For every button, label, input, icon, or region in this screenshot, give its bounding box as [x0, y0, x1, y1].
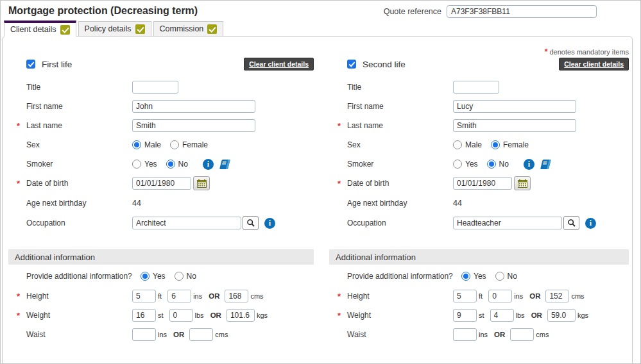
title-input[interactable]	[453, 81, 499, 94]
second-life-checkbox[interactable]	[347, 60, 356, 69]
info-icon[interactable]: i	[585, 218, 596, 229]
unit-kgs: kgs	[577, 311, 588, 319]
first-life-checkbox[interactable]	[26, 60, 35, 69]
sex-male-radio[interactable]	[453, 140, 462, 149]
weight-st-input[interactable]	[453, 309, 477, 322]
second-life-label: Second life	[363, 60, 406, 69]
waist-cms-input[interactable]	[189, 328, 213, 341]
search-icon[interactable]	[563, 216, 579, 230]
mandatory-note-text: denotes mandatory items	[549, 48, 629, 56]
tab-client-details[interactable]: Client details	[4, 21, 76, 37]
unit-ft: ft	[479, 292, 483, 300]
required-asterisk: *	[8, 292, 26, 301]
tab-bar: Client details Policy details Commission	[4, 21, 223, 37]
unit-ins: ins	[158, 331, 167, 338]
required-asterisk: *	[329, 179, 347, 188]
unit-cms: cms	[250, 292, 263, 300]
quote-reference-group: Quote reference	[384, 5, 597, 18]
smoker-yes-label: Yes	[144, 160, 157, 169]
check-icon	[60, 25, 70, 35]
title-row: Title	[8, 78, 314, 97]
additional-information-header: Additional information	[329, 249, 629, 265]
tab-commission[interactable]: Commission	[153, 21, 224, 37]
provide-no-label: No	[508, 272, 517, 281]
height-ft-input[interactable]	[132, 290, 156, 302]
required-asterisk: *	[329, 311, 347, 320]
provide-yes-radio[interactable]	[141, 272, 150, 281]
calendar-icon[interactable]	[514, 176, 531, 190]
height-label: Height	[26, 292, 132, 301]
book-icon[interactable]	[539, 159, 552, 170]
provide-no-radio[interactable]	[495, 272, 504, 281]
unit-lbs: lbs	[195, 311, 204, 319]
height-ins-input[interactable]	[167, 290, 191, 302]
title-input[interactable]	[132, 81, 178, 94]
height-cms-input[interactable]	[225, 290, 248, 302]
search-icon[interactable]	[243, 216, 259, 230]
check-icon	[135, 24, 145, 34]
sex-female-radio[interactable]	[491, 140, 500, 149]
first-life-column: First life Clear client details Title Fi…	[8, 56, 314, 344]
smoker-no-radio[interactable]	[166, 160, 175, 169]
additional-information-title: Additional information	[336, 252, 416, 262]
dob-input[interactable]	[132, 177, 191, 190]
provide-yes-label: Yes	[153, 272, 166, 281]
height-label: Height	[347, 292, 453, 301]
clear-client-details-button[interactable]: Clear client details	[559, 58, 629, 70]
weight-lbs-input[interactable]	[490, 309, 514, 322]
book-icon[interactable]	[218, 159, 231, 170]
occupation-input[interactable]	[132, 217, 241, 229]
occupation-label: Occupation	[26, 219, 132, 228]
quote-form-page: Mortgage protection (Decreasing term) Qu…	[0, 0, 641, 364]
or-label: OR	[173, 331, 184, 338]
weight-lbs-input[interactable]	[169, 309, 193, 322]
clear-client-details-button[interactable]: Clear client details	[244, 58, 314, 70]
sex-female-label: Female	[182, 140, 208, 149]
info-icon[interactable]: i	[203, 159, 214, 170]
provide-yes-label: Yes	[474, 272, 486, 281]
last-name-input[interactable]	[453, 119, 576, 132]
provide-yes-radio[interactable]	[461, 272, 470, 281]
tab-policy-details[interactable]: Policy details	[78, 21, 151, 37]
dob-row: *Date of birth	[8, 174, 314, 193]
weight-kgs-input[interactable]	[547, 309, 576, 322]
height-ft-input[interactable]	[453, 290, 477, 302]
sex-female-label: Female	[503, 140, 529, 149]
first-life-header: First life Clear client details	[8, 56, 314, 72]
smoker-no-radio[interactable]	[487, 160, 496, 169]
waist-cms-input[interactable]	[510, 328, 534, 341]
age-value: 44	[453, 199, 462, 208]
provide-no-radio[interactable]	[175, 272, 184, 281]
height-ins-input[interactable]	[488, 290, 512, 302]
unit-ins: ins	[193, 292, 202, 300]
waist-ins-input[interactable]	[132, 328, 156, 341]
weight-row: *Weight st lbs OR kgs	[8, 306, 314, 325]
first-name-input[interactable]	[453, 100, 576, 113]
quote-reference-input[interactable]	[447, 5, 597, 18]
height-cms-input[interactable]	[545, 290, 569, 302]
occupation-input[interactable]	[453, 217, 562, 229]
last-name-input[interactable]	[132, 119, 255, 132]
additional-information-header: Additional information	[8, 249, 314, 265]
unit-st: st	[158, 311, 164, 319]
sex-row: Sex Male Female	[8, 135, 314, 154]
first-name-input[interactable]	[132, 100, 255, 113]
weight-kgs-input[interactable]	[226, 309, 255, 322]
tab-policy-details-label: Policy details	[85, 24, 132, 33]
sex-female-radio[interactable]	[170, 140, 179, 149]
provide-no-label: No	[187, 272, 196, 281]
info-icon[interactable]: i	[264, 218, 275, 229]
first-name-row: First name	[8, 97, 314, 116]
occupation-row: Occupation i	[329, 213, 629, 233]
dob-input[interactable]	[453, 177, 512, 190]
smoker-yes-radio[interactable]	[132, 160, 141, 169]
sex-male-radio[interactable]	[132, 140, 141, 149]
waist-ins-input[interactable]	[453, 328, 477, 341]
calendar-icon[interactable]	[193, 176, 210, 190]
info-icon[interactable]: i	[524, 159, 534, 170]
last-name-label: Last name	[26, 121, 132, 130]
weight-st-input[interactable]	[132, 309, 156, 322]
smoker-yes-radio[interactable]	[453, 160, 462, 169]
page-title: Mortgage protection (Decreasing term)	[8, 5, 198, 17]
second-life-header: Second life Clear client details	[329, 56, 629, 72]
